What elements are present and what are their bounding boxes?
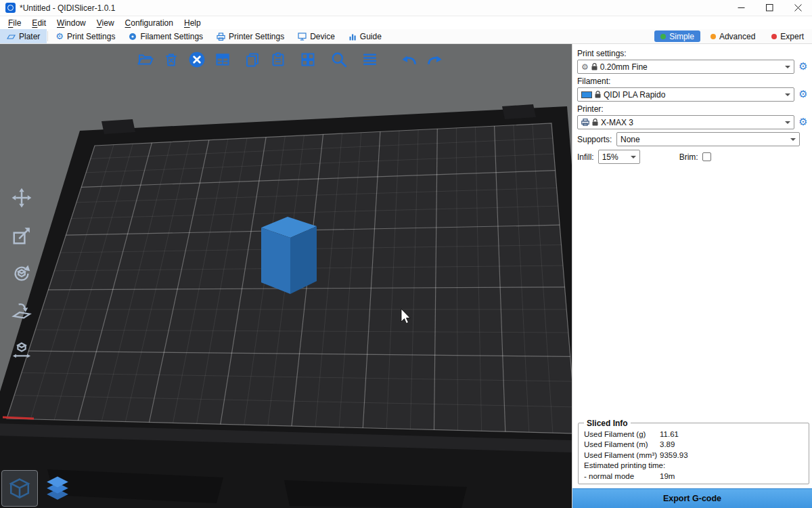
maximize-button[interactable] (755, 0, 784, 16)
filament-select[interactable]: QIDI PLA Rapido (577, 87, 794, 102)
tab-print-settings[interactable]: ⚙ Print Settings (49, 29, 122, 43)
tab-label: Device (310, 32, 335, 41)
layer-lines-icon (361, 51, 378, 68)
supports-value: None (621, 135, 640, 144)
measure-tool-button[interactable] (7, 335, 37, 364)
rotate-icon (12, 263, 32, 284)
split-objects-icon (300, 51, 316, 68)
mode-dot-icon (710, 34, 716, 39)
printer-icon (217, 33, 225, 41)
search-icon (330, 51, 348, 68)
menu-help[interactable]: Help (179, 18, 206, 28)
place-on-face-tool-button[interactable] (7, 297, 37, 326)
mode-expert[interactable]: Expert (765, 30, 810, 42)
open-file-button[interactable] (134, 48, 156, 70)
tab-label: Guide (360, 32, 382, 41)
paste-button[interactable] (267, 48, 289, 70)
print-settings-label: Print settings: (577, 49, 812, 58)
tabbar-spacer (388, 29, 652, 43)
sliced-info-row: Used Filament (g) 11.61 (584, 429, 805, 440)
printer-gear-button[interactable]: ⚙ (797, 117, 809, 127)
minimize-icon (738, 4, 745, 12)
delete-button[interactable] (160, 48, 182, 70)
brim-checkbox[interactable] (702, 152, 711, 161)
move-tool-button[interactable] (7, 183, 37, 213)
tab-label: Printer Settings (229, 32, 284, 41)
guide-bars-icon (348, 33, 357, 41)
model-object-cube[interactable] (261, 217, 317, 294)
tab-guide[interactable]: Guide (342, 29, 388, 43)
menu-file[interactable]: File (3, 18, 26, 28)
sliced-info-time-header: Estimated printing time: (584, 460, 805, 471)
close-icon (794, 4, 802, 12)
tab-printer-settings[interactable]: Printer Settings (210, 29, 291, 43)
variable-layer-height-button[interactable] (359, 48, 381, 70)
brim-label: Brim: (679, 152, 698, 162)
mode-label: Advanced (719, 32, 755, 41)
menu-edit[interactable]: Edit (26, 18, 51, 28)
supports-select[interactable]: None (616, 132, 800, 146)
mode-advanced[interactable]: Advanced (704, 30, 761, 42)
export-gcode-button[interactable]: Export G-code (572, 488, 812, 508)
close-button[interactable] (784, 0, 812, 16)
view-layers-button[interactable] (39, 470, 76, 507)
viewport-3d[interactable] (0, 44, 572, 508)
arrange-button[interactable] (211, 48, 233, 70)
window-controls (727, 0, 812, 16)
menubar: File Edit Window View Configuration Help (0, 16, 812, 29)
search-button[interactable] (328, 48, 350, 70)
bed-clip (102, 119, 135, 134)
paste-icon (270, 51, 286, 68)
delete-icon (163, 51, 179, 68)
move-icon (12, 188, 32, 208)
print-settings-select[interactable]: ⚙ 0.20mm Fine (577, 60, 794, 74)
copy-button[interactable] (241, 48, 263, 70)
printer-small-icon (581, 119, 589, 126)
tab-label: Plater (19, 32, 40, 41)
chevron-down-icon (785, 121, 790, 127)
print-settings-value: 0.20mm Fine (600, 62, 648, 72)
profile-gear-icon: ⚙ (581, 63, 589, 71)
printer-label: Printer: (577, 104, 812, 114)
undo-button[interactable] (398, 48, 420, 70)
arrange-icon (215, 51, 231, 68)
infill-label: Infill: (577, 152, 594, 162)
monitor-icon (298, 33, 307, 41)
redo-icon (426, 50, 444, 68)
filament-value: QIDI PLA Rapido (604, 90, 665, 100)
undo-icon (400, 50, 418, 68)
printer-value: X-MAX 3 (601, 118, 633, 127)
filament-gear-button[interactable]: ⚙ (797, 89, 809, 100)
redo-button[interactable] (424, 48, 446, 70)
sliced-info-row: - normal mode 19m (584, 471, 805, 482)
tab-plater[interactable]: Plater (0, 29, 47, 43)
lock-icon (592, 119, 598, 126)
delete-all-icon (188, 51, 206, 68)
measure-icon (12, 339, 32, 360)
plater-icon (7, 33, 16, 41)
infill-select[interactable]: 15% (598, 150, 640, 164)
menu-window[interactable]: Window (51, 18, 91, 28)
panel-spacer (572, 165, 812, 419)
chevron-down-icon (790, 138, 796, 144)
view-3d-button[interactable] (1, 470, 38, 507)
scale-tool-button[interactable] (7, 221, 37, 251)
printer-select[interactable]: X-MAX 3 (577, 115, 794, 129)
print-settings-gear-button[interactable]: ⚙ (797, 62, 809, 72)
bed-origin-marker (3, 417, 34, 419)
tab-filament-settings[interactable]: Filament Settings (122, 29, 210, 43)
minimize-button[interactable] (727, 0, 755, 16)
infill-value: 15% (602, 152, 618, 162)
delete-all-button[interactable] (185, 48, 208, 70)
mode-simple[interactable]: Simple (654, 30, 700, 42)
mode-label: Expert (780, 32, 804, 41)
tab-device[interactable]: Device (291, 29, 342, 43)
menu-view[interactable]: View (91, 18, 120, 28)
split-objects-button[interactable] (296, 48, 319, 70)
main-toolbar (134, 48, 446, 70)
rotate-tool-button[interactable] (7, 259, 37, 289)
tabbar: Plater ⚙ Print Settings Filament Setting… (0, 29, 812, 44)
gizmo-toolbar (7, 183, 37, 364)
bed-clip (502, 104, 536, 119)
menu-configuration[interactable]: Configuration (120, 18, 179, 28)
